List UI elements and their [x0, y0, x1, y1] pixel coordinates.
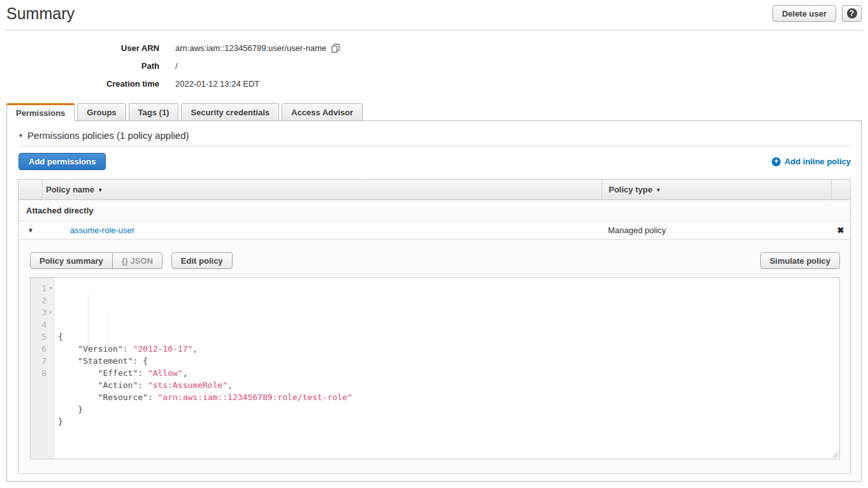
info-row-path: Path / [0, 57, 868, 75]
code-line[interactable]: } [58, 415, 839, 427]
json-string-token: "arn:aws:iam::123456789:role/test-role" [158, 392, 352, 402]
creation-time-label: Creation time [0, 79, 159, 89]
json-plain-token: "Resource": [58, 392, 158, 402]
json-plain-token: "Action": [58, 380, 148, 390]
fold-caret-empty [47, 319, 55, 331]
info-row-user-arn: User ARN arn:aws:iam::123456789:user/use… [0, 39, 868, 57]
json-view-button[interactable]: {} JSON [112, 252, 163, 269]
json-policy-editor[interactable]: 1▾23▾45678 { "Version": "2012-10-17", "S… [30, 277, 840, 459]
tab-security-credentials[interactable]: Security credentials [181, 103, 279, 121]
gutter-line[interactable]: 7 [31, 355, 55, 367]
path-label: Path [0, 61, 159, 71]
fold-caret-empty [47, 355, 55, 367]
code-line[interactable]: { [58, 331, 839, 343]
add-permissions-button[interactable]: Add permissions [18, 153, 106, 170]
user-arn-label: User ARN [0, 43, 159, 53]
expand-caret-icon[interactable]: ▼ [18, 227, 43, 234]
add-inline-policy-link[interactable]: + Add inline policy [772, 157, 851, 166]
policy-summary-button[interactable]: Policy summary [30, 252, 113, 269]
policy-table-row: ▼ assume-role-user Managed policy ✖ [18, 221, 850, 240]
json-plain-token: } [58, 405, 83, 414]
attached-directly-group-row: Attached directly [18, 200, 850, 221]
permissions-policies-section-toggle[interactable]: ▾ Permissions policies (1 policy applied… [19, 130, 850, 141]
json-plain-token: "Effect": [58, 368, 148, 378]
header-cell-blank [18, 180, 43, 199]
fold-caret-empty [47, 343, 55, 355]
tab-groups[interactable]: Groups [77, 103, 126, 121]
code-line[interactable]: "Resource": "arn:aws:iam::123456789:role… [58, 391, 839, 403]
json-plain-token: , [192, 344, 198, 354]
gutter-line[interactable]: 8 [31, 367, 55, 379]
add-inline-policy-label: Add inline policy [785, 157, 851, 166]
gutter-line[interactable]: 5 [31, 331, 55, 343]
gutter-line[interactable]: 6 [31, 343, 55, 355]
permissions-tab-panel: ▾ Permissions policies (1 policy applied… [6, 120, 862, 482]
editor-code[interactable]: { "Version": "2012-10-17", "Statement": … [55, 278, 839, 459]
tab-tags[interactable]: Tags (1) [129, 103, 179, 121]
fold-caret-icon[interactable]: ▾ [47, 282, 55, 294]
fold-caret-icon[interactable]: ▾ [47, 306, 55, 319]
page-header: Summary Delete user ? [5, 0, 863, 31]
fold-caret-empty [47, 294, 55, 306]
path-value: / [175, 61, 178, 71]
edit-policy-button[interactable]: Edit policy [171, 252, 233, 269]
code-line[interactable]: "Action": "sts:AssumeRole", [58, 379, 839, 391]
editor-gutter: 1▾23▾45678 [31, 278, 55, 459]
json-string-token: "Allow" [148, 368, 183, 378]
json-string-token: "sts:AssumeRole" [148, 380, 228, 390]
help-button[interactable]: ? [842, 5, 862, 22]
policy-type-cell: Managed policy [602, 226, 831, 235]
indent-guide [88, 294, 89, 367]
policy-actions-row: Add permissions + Add inline policy [18, 153, 851, 170]
policy-type-header-label: Policy type [609, 185, 653, 194]
sort-caret-icon: ▾ [99, 187, 102, 193]
json-plain-token: "Version": [58, 344, 133, 354]
json-plain-token: , [228, 380, 233, 390]
indent-guide [108, 319, 108, 355]
code-line[interactable]: } [58, 403, 839, 415]
fold-caret-empty [47, 331, 55, 343]
creation-time-value: 2022-01-12 13:24 EDT [175, 79, 259, 89]
tab-permissions[interactable]: Permissions [6, 103, 75, 121]
policy-detail-panel: Policy summary {} JSON Edit policy Simul… [18, 240, 850, 473]
json-plain-token: , [183, 368, 188, 378]
header-cell-policy-type[interactable]: Policy type ▾ [602, 180, 831, 199]
user-arn-value-wrap: arn:aws:iam::123456789:user/user-name [175, 43, 340, 53]
json-string-token: "2012-10-17" [133, 344, 192, 354]
gutter-line[interactable]: 3▾ [31, 306, 55, 319]
tab-bar: Permissions Groups Tags (1) Security cre… [6, 103, 862, 121]
policy-detail-toolbar: Policy summary {} JSON Edit policy Simul… [30, 252, 840, 269]
header-cell-actions [831, 180, 850, 199]
simulate-policy-button[interactable]: Simulate policy [760, 252, 840, 269]
delete-user-button[interactable]: Delete user [772, 5, 836, 22]
code-line[interactable]: "Statement": { [58, 355, 839, 367]
policy-name-header-label: Policy name [46, 185, 94, 194]
json-plain-token: { [58, 332, 63, 341]
copy-icon[interactable] [331, 43, 340, 53]
permissions-policies-title: Permissions policies (1 policy applied) [27, 130, 189, 141]
page-title: Summary [6, 4, 75, 23]
json-plain-token: "Statement": { [58, 356, 148, 366]
remove-policy-button[interactable]: ✖ [831, 226, 850, 235]
policy-table: Policy name ▾ Policy type ▾ Attached dir… [18, 179, 851, 474]
section-divider [19, 146, 851, 147]
user-info-section: User ARN arn:aws:iam::123456789:user/use… [0, 39, 868, 92]
header-actions: Delete user ? [772, 5, 862, 22]
code-line[interactable]: "Effect": "Allow", [58, 367, 839, 379]
info-row-creation-time: Creation time 2022-01-12 13:24 EDT [0, 75, 868, 92]
section-collapse-icon: ▾ [19, 132, 22, 139]
policy-table-header: Policy name ▾ Policy type ▾ [18, 180, 850, 200]
sort-caret-icon: ▾ [657, 187, 660, 193]
user-arn-value: arn:aws:iam::123456789:user/user-name [175, 43, 326, 53]
fold-caret-empty [47, 367, 55, 379]
gutter-line[interactable]: 2 [31, 294, 55, 306]
tab-access-advisor[interactable]: Access Advisor [282, 103, 363, 121]
header-cell-policy-name[interactable]: Policy name ▾ [43, 180, 602, 199]
code-line[interactable]: "Version": "2012-10-17", [58, 343, 839, 355]
gutter-line[interactable]: 1▾ [31, 282, 55, 294]
plus-icon: + [772, 157, 781, 166]
gutter-line[interactable]: 4 [31, 319, 55, 331]
policy-name-link[interactable]: assume-role-user [70, 226, 134, 235]
policy-name-cell: assume-role-user [43, 226, 602, 235]
help-icon: ? [847, 8, 857, 18]
